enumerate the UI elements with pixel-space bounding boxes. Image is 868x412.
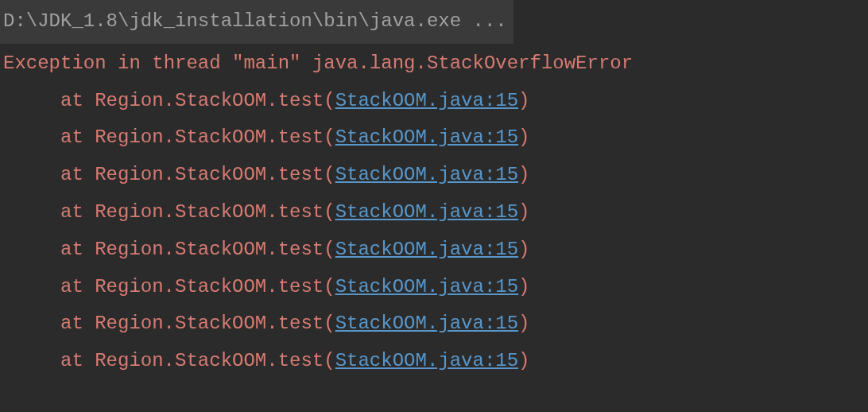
trace-prefix: at Region.StackOOM.test( — [60, 239, 335, 260]
stack-trace-line: at Region.StackOOM.test(StackOOM.java:15… — [3, 231, 865, 269]
stack-trace-line: at Region.StackOOM.test(StackOOM.java:15… — [3, 269, 865, 306]
trace-suffix: ) — [518, 350, 529, 371]
stack-trace-line: at Region.StackOOM.test(StackOOM.java:15… — [3, 157, 865, 194]
source-link[interactable]: StackOOM.java:15 — [335, 164, 518, 185]
trace-suffix: ) — [518, 126, 529, 148]
source-link[interactable]: StackOOM.java:15 — [335, 350, 518, 371]
trace-prefix: at Region.StackOOM.test( — [60, 276, 335, 297]
trace-suffix: ) — [518, 276, 529, 297]
trace-prefix: at Region.StackOOM.test( — [60, 126, 335, 148]
trace-prefix: at Region.StackOOM.test( — [60, 201, 335, 223]
source-link[interactable]: StackOOM.java:15 — [335, 90, 518, 111]
source-link[interactable]: StackOOM.java:15 — [335, 126, 518, 148]
trace-suffix: ) — [518, 239, 529, 260]
command-line: D:\JDK_1.8\jdk_installation\bin\java.exe… — [0, 0, 513, 44]
exception-message: Exception in thread "main" java.lang.Sta… — [3, 45, 865, 83]
stack-trace-line: at Region.StackOOM.test(StackOOM.java:15… — [3, 343, 865, 380]
trace-prefix: at Region.StackOOM.test( — [60, 313, 335, 334]
trace-suffix: ) — [518, 201, 529, 223]
console-output: Exception in thread "main" java.lang.Sta… — [0, 45, 868, 380]
trace-suffix: ) — [518, 164, 529, 185]
trace-suffix: ) — [518, 313, 529, 334]
stack-trace-line: at Region.StackOOM.test(StackOOM.java:15… — [3, 119, 865, 157]
source-link[interactable]: StackOOM.java:15 — [335, 313, 518, 334]
stack-trace-line: at Region.StackOOM.test(StackOOM.java:15… — [3, 194, 865, 231]
stack-trace-line: at Region.StackOOM.test(StackOOM.java:15… — [3, 83, 865, 120]
source-link[interactable]: StackOOM.java:15 — [335, 276, 518, 297]
trace-prefix: at Region.StackOOM.test( — [60, 350, 335, 371]
trace-suffix: ) — [518, 90, 529, 111]
trace-prefix: at Region.StackOOM.test( — [60, 164, 335, 185]
source-link[interactable]: StackOOM.java:15 — [335, 201, 518, 223]
source-link[interactable]: StackOOM.java:15 — [335, 239, 518, 260]
trace-prefix: at Region.StackOOM.test( — [60, 90, 335, 111]
stack-trace-line: at Region.StackOOM.test(StackOOM.java:15… — [3, 305, 865, 343]
